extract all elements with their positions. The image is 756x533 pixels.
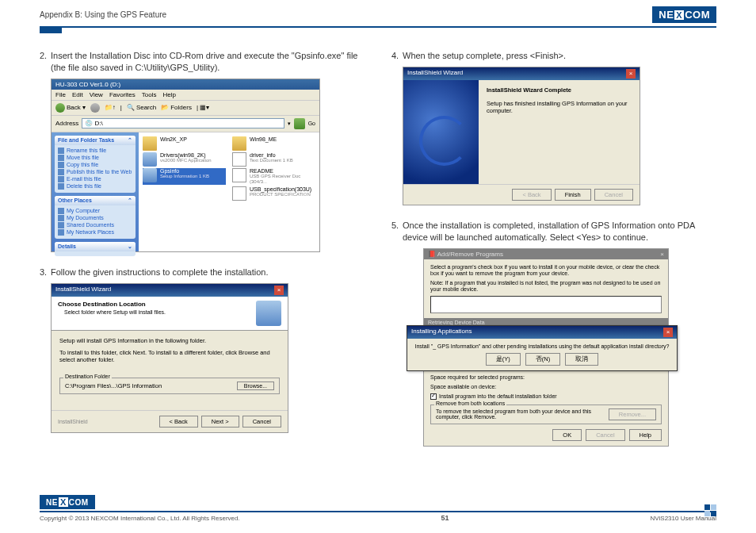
up-icon[interactable]: 📁↑ (105, 104, 116, 111)
search-button[interactable]: 🔍 Search (127, 104, 156, 111)
task-item[interactable]: Move this file (58, 155, 132, 161)
program-list[interactable] (430, 296, 662, 313)
task-item[interactable]: Rename this file (58, 148, 132, 154)
task-item[interactable]: Delete this file (58, 183, 132, 190)
space-available: Space available on device: (430, 384, 662, 390)
task-icon (58, 155, 64, 161)
menu-item[interactable]: Help (162, 91, 175, 98)
step-num: 5. (391, 220, 403, 243)
remove-text: To remove the selected program from both… (436, 408, 604, 420)
no-button[interactable]: 否(N) (525, 353, 560, 366)
cancel-button[interactable]: 取消 (565, 353, 598, 366)
wizard-text: To install to this folder, click Next. T… (59, 349, 280, 363)
cancel-button[interactable]: Cancel (242, 416, 281, 428)
ok-button[interactable]: OK (552, 429, 582, 441)
close-icon[interactable]: × (274, 286, 284, 295)
address-bar: Address 💿 D:\ ▾ Go (52, 116, 319, 132)
screenshot-wizard-dest: InstallShield Wizard× Choose Destination… (51, 283, 288, 433)
cancel-button[interactable]: Cancel (594, 189, 633, 201)
expand-icon[interactable]: ⌄ (128, 243, 132, 250)
side-panel: File and Folder Tasks⌃ Rename this file … (52, 132, 139, 251)
task-item[interactable]: E-mail this file (58, 176, 132, 182)
step-text: Follow the given instructions to complet… (51, 266, 365, 278)
menu-item[interactable]: View (90, 91, 103, 98)
place-item[interactable]: My Documents (58, 215, 132, 221)
back-button[interactable]: < Back (159, 416, 198, 428)
menu-item[interactable]: Tools (142, 91, 157, 98)
help-button[interactable]: Help (629, 429, 662, 441)
nexcom-logo: NEXCOM (652, 6, 716, 23)
file-item[interactable]: USB_specification(303U)PRODUCT SPECIFICA… (232, 186, 315, 201)
place-item[interactable]: My Computer (58, 208, 132, 214)
file-item[interactable]: Win98_ME (232, 136, 315, 151)
finish-button[interactable]: Finish (555, 189, 591, 201)
wizard-icon (256, 301, 281, 326)
task-item[interactable]: Publish this file to the Web (58, 169, 132, 175)
wizard-text: Setup will install GPS Information in th… (59, 337, 280, 344)
screenshot-explorer: HU-303 CD Ver1.0 (D:) File Edit View Fav… (51, 79, 320, 252)
collapse-icon[interactable]: ⌃ (128, 197, 132, 204)
page-number: 51 (441, 514, 449, 522)
yes-button[interactable]: 是(Y) (486, 353, 521, 366)
file-item[interactable]: Drivers(win98_2K)vs2000 MFC Application (143, 152, 226, 167)
wizard-body: Setup will install GPS Information in th… (52, 331, 288, 410)
task-icon (58, 162, 64, 168)
task-item[interactable]: Copy this file (58, 162, 132, 168)
step-text: When the setup complete, press <Finish>. (403, 50, 716, 62)
window-title: HU-303 CD Ver1.0 (D:) (52, 79, 319, 90)
close-icon[interactable]: × (660, 251, 664, 258)
folders-button[interactable]: 📂 Folders (161, 104, 192, 111)
task-icon (58, 169, 64, 175)
install-popup: Installing Applications× Install "_ GPS … (407, 325, 678, 371)
space-required: Space required for selected programs: (430, 374, 662, 381)
copyright: Copyright © 2013 NEXCOM International Co… (40, 515, 240, 522)
menu-item[interactable]: Edit (72, 91, 83, 98)
browse-button[interactable]: Browse... (237, 382, 274, 390)
step-num: 2. (40, 50, 51, 74)
complete-heading: InstallShield Wizard Complete (487, 86, 632, 94)
go-button[interactable] (294, 118, 305, 129)
footer-logo: NEXCOM (40, 495, 95, 509)
wizard-footer: InstallShield < Back Next > Cancel (52, 410, 288, 432)
destination-group: Destination Folder C:\Program Files\...\… (59, 378, 280, 394)
wizard-subheading: Select folder where Setup will install f… (64, 309, 166, 315)
address-input[interactable]: 💿 D:\ (82, 118, 284, 128)
group-legend: Destination Folder (63, 374, 112, 379)
destination-path: C:\Program Files\...\GPS Information (65, 382, 162, 389)
menu-item[interactable]: File (55, 91, 66, 98)
section-title: Appendix B: Using the GPS Feature (40, 10, 166, 19)
dialog-body: Select a program's check box if you want… (424, 259, 668, 446)
place-item[interactable]: My Network Places (58, 229, 132, 236)
window-title-bar: InstallShield Wizard× (52, 284, 288, 297)
close-icon[interactable]: × (663, 328, 673, 337)
task-icon (58, 176, 64, 182)
remove-button[interactable]: Remove... (609, 408, 656, 420)
place-icon (58, 208, 64, 214)
file-item[interactable]: driver_infoText Document 1 KB (232, 152, 315, 167)
default-folder-check[interactable]: Install program into the default install… (430, 393, 662, 400)
file-list: Win2K_XP Win98_ME Drivers(win98_2K)vs200… (139, 132, 319, 251)
brand-label: InstallShield (58, 419, 88, 424)
step-num: 3. (40, 266, 51, 278)
forward-icon[interactable] (90, 103, 100, 113)
footer-rule (40, 511, 716, 512)
complete-text: Setup has finished installing GPS Inform… (487, 100, 632, 114)
back-button[interactable]: < Back (512, 189, 551, 201)
collapse-icon[interactable]: ⌃ (128, 137, 132, 144)
file-item[interactable]: READMEUSB GPS Receiver Doc (304/3... (232, 168, 315, 185)
folder-icon (143, 136, 157, 151)
cancel-button[interactable]: Cancel (586, 429, 624, 441)
main-content: 2. Insert the Installation Disc into CD-… (0, 28, 756, 461)
exe-icon (143, 152, 157, 167)
right-column: 4. When the setup complete, press <Finis… (391, 50, 716, 461)
place-item[interactable]: Shared Documents (58, 222, 132, 228)
screenshot-wizard-finish: InstallShield Wizard× InstallShield Wiza… (403, 67, 640, 205)
file-item[interactable]: Win2K_XP (143, 136, 226, 151)
close-icon[interactable]: × (626, 69, 636, 79)
back-button[interactable]: Back ▾ (55, 103, 86, 113)
next-button[interactable]: Next > (201, 416, 239, 428)
header-rule (40, 26, 716, 28)
menu-item[interactable]: Favorites (109, 91, 136, 98)
file-item[interactable]: GpsinfoSetup Information 1 KB (143, 168, 226, 185)
screenshot-add-remove: 📕 Add/Remove Programs× Select a program'… (423, 248, 669, 447)
